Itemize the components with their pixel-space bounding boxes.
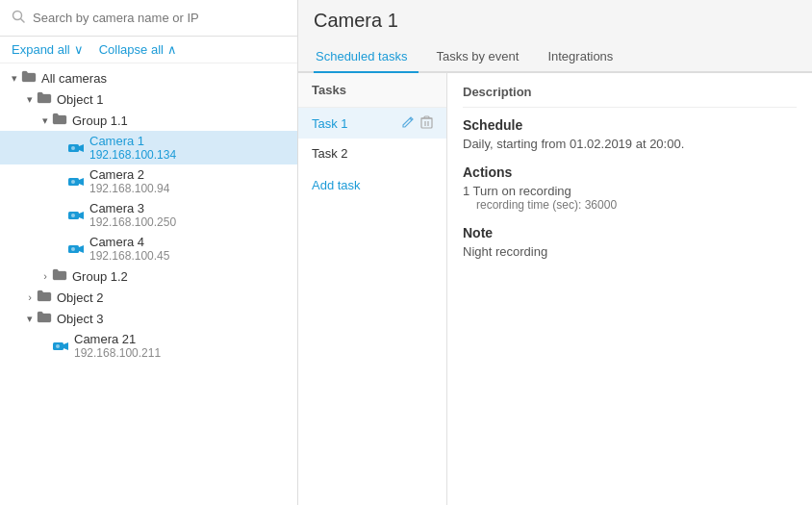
search-icon [12,10,25,26]
tree-item-label-wrap: Camera 2192.168.100.94 [89,167,169,195]
folder-icon [52,113,67,128]
task-icons [401,115,433,131]
chevron-icon: ▾ [8,72,21,85]
delete-task-button[interactable] [420,115,433,131]
svg-point-13 [71,247,75,251]
tree-item-label: Object 2 [57,290,103,305]
camera-icon [67,141,85,155]
camera-icon [52,340,69,353]
tree-item-label: Camera 3 [89,201,176,215]
description-header: Description [463,85,797,108]
tree-item-label-wrap: Camera 1192.168.100.134 [89,134,176,162]
tree-item-label: Object 1 [57,92,103,107]
tabs-bar: Scheduled tasksTasks by eventIntegration… [298,41,812,73]
tree-item-label: Camera 4 [89,235,169,249]
search-input[interactable] [33,11,286,25]
tree-item-label: Camera 21 [74,332,161,346]
chevron-icon: ▾ [23,93,37,106]
expand-all-label: Expand all [12,42,70,57]
tree-item-object2[interactable]: › Object 2 [0,287,297,308]
tree-item-ip: 192.168.100.134 [89,148,176,162]
tree-item-camera1[interactable]: Camera 1192.168.100.134 [0,131,297,164]
note-text: Night recording [463,244,797,259]
tree-item-group1-2[interactable]: › Group 1.2 [0,265,297,287]
folder-icon [37,311,52,326]
camera-icon [67,209,85,222]
svg-point-7 [71,180,75,184]
tree-item-label: Camera 2 [89,167,169,182]
svg-rect-17 [421,118,432,128]
tree-item-label: All cameras [41,71,107,86]
tree-item-label: Group 1.2 [72,269,128,284]
collapse-chevron-icon: ∧ [167,42,177,57]
schedule-title: Schedule [463,117,797,133]
task-item-task2[interactable]: Task 2 [298,139,446,168]
svg-point-16 [56,344,60,348]
schedule-text: Daily, starting from 01.02.2019 at 20:00… [463,137,797,151]
search-bar [0,0,297,37]
expand-chevron-icon: ∨ [74,42,84,57]
tree-item-label-wrap: Camera 21192.168.100.211 [74,332,161,360]
svg-marker-15 [63,342,68,350]
svg-line-1 [21,19,25,23]
expand-collapse-row: Expand all ∨ Collapse all ∧ [0,37,297,63]
right-panel: Camera 1 Scheduled tasksTasks by eventIn… [298,0,812,505]
chevron-icon: › [23,291,37,303]
camera-icon [67,242,85,256]
folder-icon [37,290,52,305]
task-item-task1[interactable]: Task 1 [298,108,446,139]
tree-item-camera21[interactable]: Camera 21192.168.100.211 [0,329,297,363]
svg-marker-3 [79,144,84,152]
folder-icon [21,70,37,86]
action-sub: recording time (sec): 36000 [463,198,797,212]
svg-marker-6 [79,178,84,186]
tree-container: ▾ All cameras▾ Object 1▾ Group 1.1 Camer… [0,63,297,505]
svg-marker-9 [79,212,84,219]
action-item: 1 Turn on recording [463,184,797,198]
tree-item-camera3[interactable]: Camera 3192.168.100.250 [0,198,297,232]
task-label: Task 2 [312,146,348,161]
tree-item-label: Group 1.1 [72,114,128,128]
tree-item-camera2[interactable]: Camera 2192.168.100.94 [0,164,297,198]
tasks-header: Tasks [298,73,446,108]
tasks-column: Tasks Task 1 Task 2 Add task [298,73,447,505]
left-panel: Expand all ∨ Collapse all ∧ ▾ All camera… [0,0,298,505]
folder-icon [37,91,52,107]
camera-icon [67,175,85,189]
content-area: Tasks Task 1 Task 2 Add task Description… [298,73,812,505]
chevron-icon: ▾ [38,114,52,127]
tree-item-ip: 192.168.100.211 [74,346,161,360]
tree-item-label: Object 3 [57,312,103,326]
tree-item-camera4[interactable]: Camera 4192.168.100.45 [0,232,297,265]
tab-integrations[interactable]: Integrations [546,41,624,73]
tree-item-object1[interactable]: ▾ Object 1 [0,88,297,110]
task-label: Task 1 [312,116,348,131]
svg-point-4 [71,146,75,150]
tree-item-label-wrap: Camera 3192.168.100.250 [89,201,176,229]
tab-event[interactable]: Tasks by event [434,41,530,73]
description-column: Description Schedule Daily, starting fro… [447,73,812,505]
tree-item-all-cameras[interactable]: ▾ All cameras [0,67,297,88]
folder-icon [52,268,67,284]
svg-point-10 [71,214,75,217]
add-task-button[interactable]: Add task [298,168,446,202]
tree-item-label-wrap: Camera 4192.168.100.45 [89,235,169,263]
chevron-icon: ▾ [23,313,37,325]
tasks-list: Task 1 Task 2 [298,108,446,168]
chevron-icon: › [38,270,52,282]
collapse-all-button[interactable]: Collapse all ∧ [99,42,177,57]
note-title: Note [463,225,797,240]
tab-scheduled[interactable]: Scheduled tasks [314,41,419,73]
tree-item-ip: 192.168.100.250 [89,215,176,229]
svg-marker-12 [79,245,84,253]
tree-item-object3[interactable]: ▾ Object 3 [0,308,297,329]
edit-task-button[interactable] [401,115,415,131]
camera-title: Camera 1 [298,0,812,41]
expand-all-button[interactable]: Expand all ∨ [12,42,84,57]
actions-title: Actions [463,164,797,180]
tree-item-ip: 192.168.100.45 [89,249,169,263]
tree-item-label: Camera 1 [89,134,176,148]
collapse-all-label: Collapse all [99,42,164,57]
tree-item-ip: 192.168.100.94 [89,182,169,195]
tree-item-group1-1[interactable]: ▾ Group 1.1 [0,110,297,131]
